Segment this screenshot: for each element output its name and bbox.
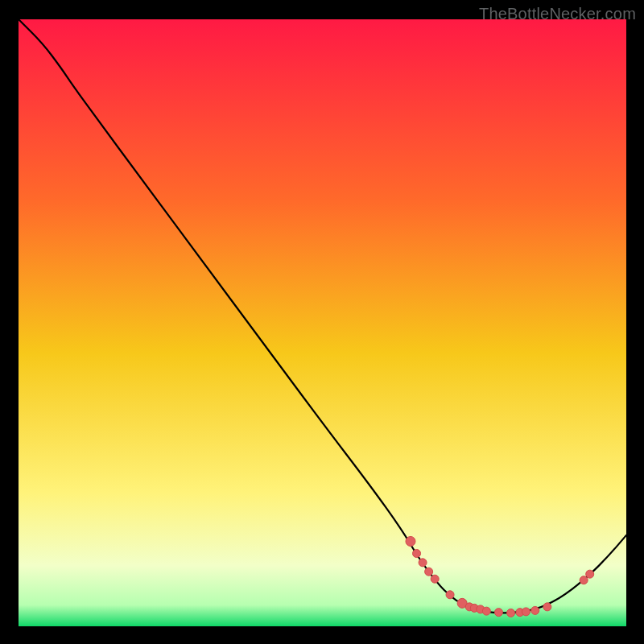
plot-svg xyxy=(19,19,626,626)
data-marker xyxy=(413,550,421,558)
data-marker xyxy=(580,576,588,584)
gradient-background xyxy=(19,19,626,626)
chart-frame: TheBottleNecker.com xyxy=(0,0,644,644)
data-marker xyxy=(482,607,490,615)
data-marker xyxy=(531,606,539,614)
data-marker xyxy=(419,559,427,567)
data-marker xyxy=(494,609,502,617)
plot-area xyxy=(19,19,626,626)
data-marker xyxy=(431,575,439,583)
data-marker xyxy=(425,568,433,576)
data-marker xyxy=(522,608,530,616)
data-marker xyxy=(446,591,454,599)
data-marker xyxy=(543,603,551,611)
data-marker xyxy=(507,609,515,617)
data-marker xyxy=(586,570,594,578)
data-marker xyxy=(406,536,415,546)
